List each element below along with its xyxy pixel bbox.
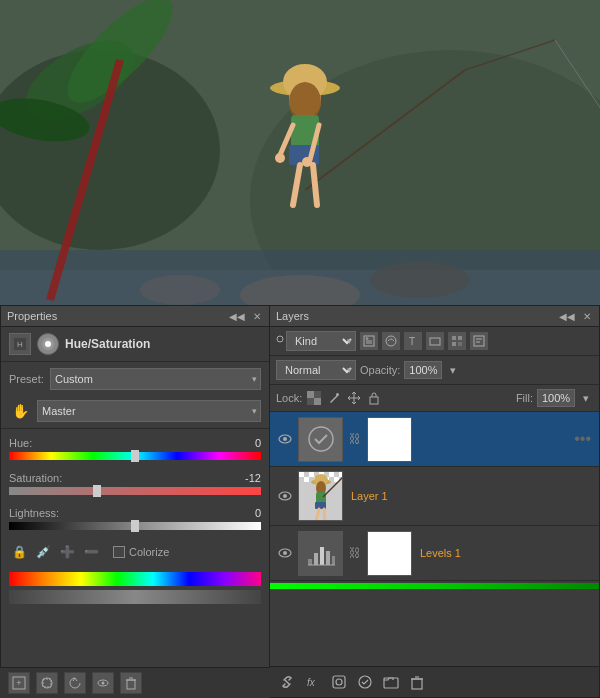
layers-filter-adj-icon[interactable] — [382, 332, 400, 350]
opacity-dropdown-icon[interactable]: ▾ — [446, 363, 460, 377]
saturation-label: Saturation: — [9, 472, 62, 484]
history-btn[interactable] — [64, 672, 86, 694]
layer-0-visibility-icon[interactable] — [276, 430, 294, 448]
properties-collapse-btn[interactable]: ◀◀ — [227, 311, 247, 322]
svg-rect-88 — [308, 559, 312, 565]
lock-lock-icon[interactable] — [366, 390, 382, 406]
layers-filter-type-icon[interactable]: T — [404, 332, 422, 350]
svg-point-45 — [386, 336, 396, 346]
svg-rect-49 — [458, 336, 462, 340]
layers-filter-settings-icon[interactable] — [470, 332, 488, 350]
layers-collapse-btn[interactable]: ◀◀ — [557, 311, 577, 322]
lightness-label: Lightness: — [9, 507, 59, 519]
mask-btn[interactable] — [36, 672, 58, 694]
svg-point-59 — [336, 393, 339, 396]
svg-rect-35 — [43, 679, 51, 687]
properties-title: Properties — [7, 310, 57, 322]
fill-value[interactable]: 100% — [537, 389, 575, 407]
svg-point-25 — [370, 262, 470, 298]
colorize-checkbox[interactable] — [113, 546, 125, 558]
blend-row: Normal Opacity: 100% ▾ — [270, 356, 599, 385]
layer-2-name: Levels 1 — [416, 547, 593, 559]
preset-select-wrapper[interactable]: Custom — [50, 368, 261, 390]
layer-1-visibility-icon[interactable] — [276, 487, 294, 505]
saturation-thumb[interactable] — [93, 485, 101, 497]
fill-dropdown-icon[interactable]: ▾ — [579, 391, 593, 405]
link-icon[interactable] — [276, 671, 298, 693]
kind-select-wrapper[interactable]: Kind — [276, 331, 356, 351]
layers-close-btn[interactable]: ✕ — [581, 311, 593, 322]
svg-point-63 — [309, 427, 333, 451]
svg-rect-72 — [304, 477, 309, 482]
preset-select[interactable]: Custom — [50, 368, 261, 390]
delete-layer-icon[interactable] — [406, 671, 428, 693]
lock-row: Lock: Fill: 100% ▾ — [270, 385, 599, 412]
lightness-track[interactable] — [9, 522, 261, 530]
lock-label: Lock: — [276, 392, 302, 404]
hand-tool-icon[interactable]: ✋ — [9, 400, 31, 422]
svg-point-97 — [336, 679, 342, 685]
hue-sat-icon-right — [37, 333, 59, 355]
svg-point-44 — [366, 337, 369, 340]
layer-item-2[interactable]: ⛓ Levels 1 — [270, 526, 599, 581]
properties-close-btn[interactable]: ✕ — [251, 311, 263, 322]
layer-1-thumb — [298, 471, 343, 521]
channel-select-wrapper[interactable]: Master — [37, 400, 261, 422]
svg-rect-51 — [458, 342, 462, 346]
svg-point-41 — [277, 336, 283, 342]
lock-checkerboard-icon[interactable] — [306, 390, 322, 406]
svg-rect-52 — [474, 336, 484, 346]
opacity-value[interactable]: 100% — [404, 361, 442, 379]
new-adjustment-btn[interactable]: + — [8, 672, 30, 694]
delete-btn[interactable] — [120, 672, 142, 694]
blend-select[interactable]: Normal — [276, 360, 356, 380]
layers-filter-pixel-icon[interactable] — [448, 332, 466, 350]
hue-track[interactable] — [9, 452, 261, 460]
divider-1 — [1, 428, 269, 429]
layers-footer: fx — [270, 666, 599, 697]
layer-1-name: Layer 1 — [347, 490, 593, 502]
svg-rect-47 — [430, 338, 440, 345]
eyedropper-1-btn[interactable]: 🔒 — [9, 542, 29, 562]
svg-text:+: + — [16, 678, 21, 688]
layers-filter-image-icon[interactable] — [360, 332, 378, 350]
svg-rect-57 — [314, 391, 321, 398]
hue-sat-header: H Hue/Saturation — [1, 327, 269, 362]
layers-filter-shape-icon[interactable] — [426, 332, 444, 350]
layer-2-visibility-icon[interactable] — [276, 544, 294, 562]
svg-rect-100 — [412, 679, 422, 689]
group-icon[interactable] — [380, 671, 402, 693]
svg-rect-68 — [309, 472, 314, 477]
svg-rect-56 — [314, 398, 321, 405]
kind-select[interactable]: Kind — [286, 331, 356, 351]
properties-panel: Properties ◀◀ ✕ H Hue/Saturati — [0, 305, 270, 698]
layer-gradient-indicator — [270, 583, 599, 589]
lightness-thumb[interactable] — [131, 520, 139, 532]
lock-move-icon[interactable] — [346, 390, 362, 406]
add-mask-icon[interactable] — [328, 671, 350, 693]
lock-brush-icon[interactable] — [326, 390, 342, 406]
lightness-section: Lightness: 0 — [1, 501, 269, 536]
layer-item-1[interactable]: Layer 1 — [270, 467, 599, 526]
svg-line-94 — [285, 680, 289, 684]
lightness-label-row: Lightness: 0 — [9, 507, 261, 519]
fill-label: Fill: — [516, 392, 533, 404]
hue-thumb[interactable] — [131, 450, 139, 462]
colorize-label: Colorize — [129, 546, 169, 558]
layer-0-more-icon[interactable]: ••• — [572, 430, 593, 448]
svg-point-87 — [283, 551, 287, 555]
fx-icon[interactable]: fx — [302, 671, 324, 693]
adjustment-icon[interactable] — [354, 671, 376, 693]
eyedropper-3-btn[interactable]: ➕ — [57, 542, 77, 562]
layers-list[interactable]: ⛓ ••• — [270, 412, 599, 666]
layer-item-0[interactable]: ⛓ ••• — [270, 412, 599, 467]
svg-point-22 — [275, 153, 285, 163]
channel-select[interactable]: Master — [37, 400, 261, 422]
eyedropper-4-btn[interactable]: ➖ — [81, 542, 101, 562]
blend-select-wrapper[interactable]: Normal — [276, 360, 356, 380]
saturation-track[interactable] — [9, 487, 261, 495]
layers-panel-controls: ◀◀ ✕ — [557, 311, 593, 322]
visibility-btn[interactable] — [92, 672, 114, 694]
eyedropper-2-btn[interactable]: 💉 — [33, 542, 53, 562]
colorize-row: Colorize — [113, 546, 169, 558]
